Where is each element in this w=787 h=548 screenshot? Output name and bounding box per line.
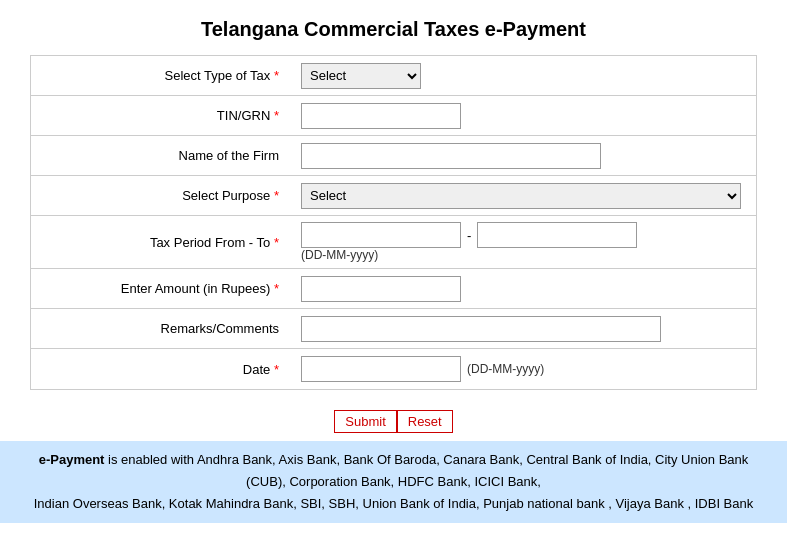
firm-name-input-cell — [291, 137, 756, 175]
tin-grn-input-cell — [291, 97, 756, 135]
firm-name-label: Name of the Firm — [31, 140, 291, 171]
firm-name-row: Name of the Firm — [31, 136, 756, 176]
page-wrapper: Telangana Commercial Taxes e-Payment Sel… — [0, 0, 787, 548]
tax-type-input-cell: Select — [291, 57, 756, 95]
purpose-row: Select Purpose * Select — [31, 176, 756, 216]
amount-row: Enter Amount (in Rupees) * — [31, 269, 756, 309]
button-row: SubmitReset — [0, 400, 787, 441]
footer-line2: Indian Overseas Bank, Kotak Mahindra Ban… — [20, 493, 767, 515]
tin-grn-label: TIN/GRN * — [31, 100, 291, 131]
tax-type-select[interactable]: Select — [301, 63, 421, 89]
remarks-input[interactable] — [301, 316, 661, 342]
form-container: Select Type of Tax * Select TIN/GRN * Na… — [30, 55, 757, 390]
amount-input[interactable] — [301, 276, 461, 302]
tax-period-row: Tax Period From - To * - (DD-MM-yyyy) — [31, 216, 756, 269]
remarks-label: Remarks/Comments — [31, 313, 291, 344]
tin-grn-input[interactable] — [301, 103, 461, 129]
page-title: Telangana Commercial Taxes e-Payment — [0, 0, 787, 55]
tax-period-to-input[interactable] — [477, 222, 637, 248]
date-label: Date * — [31, 354, 291, 385]
purpose-input-cell: Select — [291, 177, 756, 215]
tax-period-label: Tax Period From - To * — [31, 227, 291, 258]
epayment-label: e-Payment — [39, 452, 105, 467]
tax-type-required: * — [274, 68, 279, 83]
date-input-cell: (DD-MM-yyyy) — [291, 350, 756, 388]
date-hint: (DD-MM-yyyy) — [467, 362, 544, 376]
footer-line1: e-Payment is enabled with Andhra Bank, A… — [20, 449, 767, 493]
tax-type-row: Select Type of Tax * Select — [31, 56, 756, 96]
amount-required: * — [274, 281, 279, 296]
footer-bar: e-Payment is enabled with Andhra Bank, A… — [0, 441, 787, 523]
amount-label: Enter Amount (in Rupees) * — [31, 273, 291, 304]
tax-period-required: * — [274, 235, 279, 250]
period-row: - — [301, 222, 637, 248]
period-wrapper: - (DD-MM-yyyy) — [301, 222, 637, 262]
purpose-label: Select Purpose * — [31, 180, 291, 211]
tax-type-label: Select Type of Tax * — [31, 60, 291, 91]
firm-name-input[interactable] — [301, 143, 601, 169]
purpose-required: * — [274, 188, 279, 203]
tin-grn-required: * — [274, 108, 279, 123]
remarks-row: Remarks/Comments — [31, 309, 756, 349]
tax-period-input-cell: - (DD-MM-yyyy) — [291, 216, 756, 268]
date-input[interactable] — [301, 356, 461, 382]
tin-grn-row: TIN/GRN * — [31, 96, 756, 136]
tax-period-date-hint: (DD-MM-yyyy) — [301, 248, 637, 262]
date-required: * — [274, 362, 279, 377]
purpose-select[interactable]: Select — [301, 183, 741, 209]
reset-button[interactable]: Reset — [397, 410, 453, 433]
submit-button[interactable]: Submit — [334, 410, 396, 433]
tax-period-from-input[interactable] — [301, 222, 461, 248]
remarks-input-cell — [291, 310, 756, 348]
period-dash: - — [467, 228, 471, 243]
footer-text1: is enabled with Andhra Bank, Axis Bank, … — [104, 452, 748, 489]
amount-input-cell — [291, 270, 756, 308]
date-row: Date * (DD-MM-yyyy) — [31, 349, 756, 389]
